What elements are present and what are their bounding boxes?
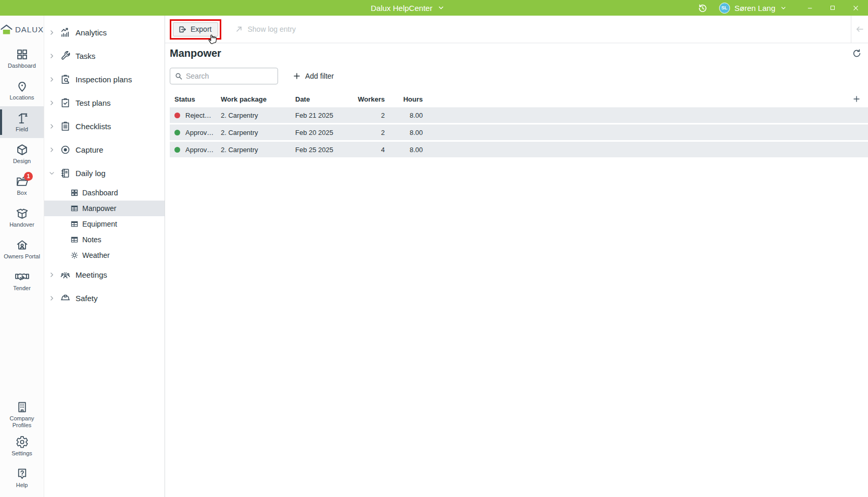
owners-portal-icon bbox=[16, 239, 29, 252]
icon-rail: DALUX Dashboard Locations Field Design bbox=[0, 16, 44, 497]
workers-cell: 2 bbox=[358, 129, 385, 136]
add-filter-label: Add filter bbox=[305, 72, 334, 80]
rail-item-box[interactable]: 1 Box bbox=[0, 170, 44, 202]
daily-log-icon bbox=[60, 168, 71, 179]
sidebar-subitem-label: Notes bbox=[82, 235, 102, 244]
rail-item-owners-portal[interactable]: Owners Portal bbox=[0, 233, 44, 265]
chevron-right-icon bbox=[48, 146, 55, 153]
status-text: Approv… bbox=[185, 146, 213, 154]
sidebar-subitem-label: Equipment bbox=[82, 220, 117, 228]
dashboard-icon bbox=[16, 48, 29, 61]
rail-item-handover[interactable]: Handover bbox=[0, 202, 44, 233]
minimize-button[interactable] bbox=[798, 0, 821, 16]
sidebar-subitem-label: Dashboard bbox=[82, 189, 118, 197]
sidebar-item-capture[interactable]: Capture bbox=[44, 138, 165, 161]
column-header-status[interactable]: Status bbox=[174, 95, 221, 103]
sidebar-item-inspection-plans[interactable]: Inspection plans bbox=[44, 68, 165, 91]
sidebar-subitem-weather[interactable]: Weather bbox=[44, 247, 165, 263]
rail-item-label: Owners Portal bbox=[4, 253, 40, 260]
refresh-icon[interactable] bbox=[852, 48, 862, 58]
table-icon bbox=[70, 220, 79, 228]
history-icon[interactable] bbox=[698, 3, 708, 13]
date-cell: Feb 21 2025 bbox=[295, 111, 358, 119]
sidebar-item-analytics[interactable]: Analytics bbox=[44, 21, 165, 44]
titlebar: Dalux HelpCenter SL Søren Lang bbox=[0, 0, 868, 16]
column-header-workers[interactable]: Workers bbox=[358, 95, 385, 103]
sidebar-subitem-dashboard[interactable]: Dashboard bbox=[44, 185, 165, 201]
capture-icon bbox=[60, 144, 71, 155]
chevron-right-icon bbox=[48, 271, 55, 278]
box-badge: 1 bbox=[24, 172, 33, 181]
table-row[interactable]: Approv… 2. Carpentry Feb 20 2025 2 8.00 bbox=[170, 125, 868, 140]
analytics-icon bbox=[60, 27, 71, 38]
table-row[interactable]: Approv… 2. Carpentry Feb 25 2025 4 8.00 bbox=[170, 142, 868, 157]
chevron-down-icon bbox=[437, 4, 445, 11]
export-icon bbox=[178, 25, 187, 34]
table-icon bbox=[70, 235, 79, 244]
rail-item-label: Settings bbox=[11, 450, 32, 457]
user-menu[interactable]: SL Søren Lang bbox=[719, 3, 787, 14]
field-crane-icon bbox=[16, 111, 29, 125]
status-dot-approved bbox=[174, 130, 180, 135]
export-button[interactable]: Export bbox=[173, 22, 218, 36]
chevron-right-icon bbox=[48, 100, 55, 106]
chevron-right-icon bbox=[48, 123, 55, 130]
rail-item-help[interactable]: Help bbox=[0, 462, 44, 494]
handover-box-icon bbox=[16, 207, 29, 220]
checklists-icon bbox=[60, 121, 71, 132]
safety-helmet-icon bbox=[60, 293, 71, 304]
sidebar-item-label: Capture bbox=[76, 145, 103, 154]
show-log-entry-button[interactable]: Show log entry bbox=[235, 25, 296, 33]
sidebar-item-meetings[interactable]: Meetings bbox=[44, 263, 165, 287]
wrench-icon bbox=[60, 51, 71, 61]
sidebar-item-test-plans[interactable]: Test plans bbox=[44, 91, 165, 115]
rail-item-tender[interactable]: Tender bbox=[0, 265, 44, 297]
sidebar-subitem-manpower[interactable]: Manpower bbox=[44, 201, 165, 216]
column-header-work-package[interactable]: Work package bbox=[221, 95, 295, 103]
sidebar-item-checklists[interactable]: Checklists bbox=[44, 115, 165, 138]
rail-item-settings[interactable]: Settings bbox=[0, 430, 44, 462]
rail-item-company-profiles[interactable]: Company Profiles bbox=[0, 399, 44, 430]
rail-item-dashboard[interactable]: Dashboard bbox=[0, 43, 44, 74]
design-cube-icon bbox=[16, 143, 29, 156]
column-header-hours[interactable]: Hours bbox=[385, 95, 423, 103]
add-column-button[interactable] bbox=[845, 95, 868, 103]
chevron-right-icon bbox=[48, 53, 55, 59]
status-dot-approved bbox=[174, 147, 180, 153]
sidebar-item-label: Safety bbox=[76, 294, 98, 303]
sidebar-item-safety[interactable]: Safety bbox=[44, 287, 165, 310]
sidebar-item-daily-log[interactable]: Daily log bbox=[44, 161, 165, 185]
locations-icon bbox=[16, 80, 29, 93]
hours-cell: 8.00 bbox=[385, 146, 423, 154]
user-name: Søren Lang bbox=[735, 4, 775, 13]
sidebar-subitem-notes[interactable]: Notes bbox=[44, 232, 165, 247]
sidebar-item-label: Inspection plans bbox=[76, 75, 132, 84]
rail-item-label: Tender bbox=[13, 285, 31, 292]
app-title-menu[interactable]: Dalux HelpCenter bbox=[371, 0, 445, 16]
manpower-table: Status Work package Date Workers Hours R… bbox=[170, 91, 868, 157]
column-header-date[interactable]: Date bbox=[295, 95, 358, 103]
sidebar-item-tasks[interactable]: Tasks bbox=[44, 44, 165, 68]
maximize-button[interactable] bbox=[821, 0, 844, 16]
gear-icon bbox=[16, 436, 29, 449]
external-link-icon bbox=[235, 25, 243, 33]
status-dot-rejected bbox=[174, 113, 180, 118]
sidebar-item-label: Analytics bbox=[76, 28, 107, 37]
sidebar-item-label: Checklists bbox=[76, 122, 111, 131]
rail-item-locations[interactable]: Locations bbox=[0, 74, 44, 106]
sidebar-item-label: Test plans bbox=[76, 98, 111, 107]
rail-item-field[interactable]: Field bbox=[0, 106, 44, 138]
sidebar-subitem-equipment[interactable]: Equipment bbox=[44, 216, 165, 232]
test-plans-icon bbox=[60, 97, 71, 108]
workers-cell: 4 bbox=[358, 146, 385, 154]
close-button[interactable] bbox=[844, 0, 867, 16]
dalux-logo[interactable]: DALUX bbox=[0, 16, 44, 43]
table-row[interactable]: Reject… 2. Carpentry Feb 21 2025 2 8.00 bbox=[170, 107, 868, 123]
work-package-cell: 2. Carpentry bbox=[221, 111, 295, 119]
rail-item-design[interactable]: Design bbox=[0, 138, 44, 170]
chevron-down-icon bbox=[48, 170, 55, 177]
collapse-panel-button[interactable] bbox=[851, 16, 868, 43]
search-input[interactable] bbox=[186, 72, 273, 80]
table-icon bbox=[70, 204, 79, 213]
add-filter-button[interactable]: Add filter bbox=[293, 72, 334, 80]
